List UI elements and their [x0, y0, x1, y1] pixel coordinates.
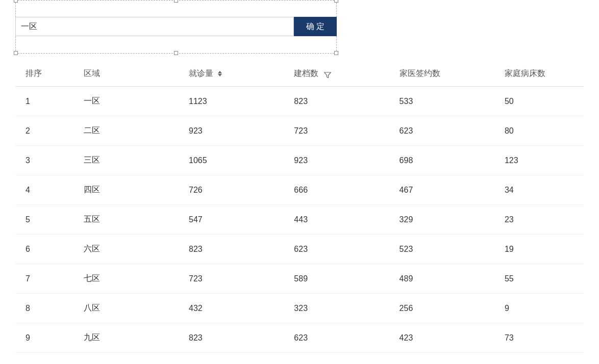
handle-top-right[interactable] — [334, 0, 338, 3]
cell-region: 四区 — [79, 175, 184, 205]
cell-rank: 3 — [15, 146, 79, 175]
filter-icon-records[interactable] — [324, 71, 331, 77]
cell-records: 923 — [289, 146, 394, 175]
table-row: 8八区4323232569 — [15, 294, 584, 323]
cell-visits: 1123 — [184, 87, 289, 116]
cell-visits: 547 — [184, 205, 289, 235]
handle-bottom-left[interactable] — [14, 51, 18, 55]
cell-beds: 19 — [500, 235, 584, 264]
table-row: 3三区1065923698123 — [15, 146, 584, 175]
cell-signing: 698 — [394, 146, 500, 175]
cell-signing: 256 — [394, 294, 500, 323]
cell-visits: 823 — [184, 235, 289, 264]
sort-icon-visits[interactable] — [218, 71, 222, 76]
cell-visits: 432 — [184, 294, 289, 323]
table-body: 1一区1123823533502二区923723623803三区10659236… — [15, 87, 584, 353]
confirm-button[interactable]: 确 定 — [294, 17, 337, 36]
cell-beds: 9 — [500, 294, 584, 323]
cell-rank: 4 — [15, 175, 79, 205]
cell-records: 443 — [289, 205, 394, 235]
cell-signing: 329 — [394, 205, 500, 235]
cell-visits: 1065 — [184, 146, 289, 175]
cell-region: 八区 — [79, 294, 184, 323]
table-row: 7七区72358948955 — [15, 264, 584, 294]
col-header-visits[interactable]: 就诊量 — [184, 61, 289, 87]
cell-rank: 5 — [15, 205, 79, 235]
cell-region: 九区 — [79, 323, 184, 353]
cell-beds: 80 — [500, 116, 584, 146]
table-row: 2二区92372362380 — [15, 116, 584, 146]
cell-beds: 23 — [500, 205, 584, 235]
input-row: 确 定 — [15, 16, 337, 37]
cell-signing: 467 — [394, 175, 500, 205]
cell-rank: 2 — [15, 116, 79, 146]
cell-region: 一区 — [79, 87, 184, 116]
cell-records: 623 — [289, 235, 394, 264]
cell-rank: 9 — [15, 323, 79, 353]
table-area: 排序 区域 就诊量 建档数 — [15, 61, 584, 353]
cell-signing: 489 — [394, 264, 500, 294]
cell-rank: 1 — [15, 87, 79, 116]
cell-visits: 723 — [184, 264, 289, 294]
data-table: 排序 区域 就诊量 建档数 — [15, 61, 584, 353]
handle-top-left[interactable] — [14, 0, 18, 3]
cell-records: 723 — [289, 116, 394, 146]
cell-rank: 6 — [15, 235, 79, 264]
cell-visits: 726 — [184, 175, 289, 205]
cell-signing: 423 — [394, 323, 500, 353]
cell-rank: 7 — [15, 264, 79, 294]
col-header-records[interactable]: 建档数 — [289, 61, 394, 87]
cell-beds: 34 — [500, 175, 584, 205]
col-header-region: 区域 — [79, 61, 184, 87]
table-row: 9九区82362342373 — [15, 323, 584, 353]
cell-beds: 50 — [500, 87, 584, 116]
cell-records: 323 — [289, 294, 394, 323]
cell-region: 三区 — [79, 146, 184, 175]
table-row: 1一区112382353350 — [15, 87, 584, 116]
cell-records: 666 — [289, 175, 394, 205]
cell-region: 二区 — [79, 116, 184, 146]
col-header-rank: 排序 — [15, 61, 79, 87]
cell-region: 五区 — [79, 205, 184, 235]
cell-signing: 623 — [394, 116, 500, 146]
region-input[interactable] — [15, 17, 294, 36]
cell-region: 七区 — [79, 264, 184, 294]
col-header-signing: 家医签约数 — [394, 61, 500, 87]
cell-records: 589 — [289, 264, 394, 294]
handle-bottom-right[interactable] — [334, 51, 338, 55]
cell-rank: 8 — [15, 294, 79, 323]
col-header-beds: 家庭病床数 — [500, 61, 584, 87]
handle-top-mid[interactable] — [174, 0, 178, 3]
cell-beds: 73 — [500, 323, 584, 353]
cell-signing: 533 — [394, 87, 500, 116]
table-row: 5五区54744332923 — [15, 205, 584, 235]
cell-beds: 55 — [500, 264, 584, 294]
cell-signing: 523 — [394, 235, 500, 264]
cell-records: 823 — [289, 87, 394, 116]
cell-visits: 923 — [184, 116, 289, 146]
cell-visits: 823 — [184, 323, 289, 353]
table-row: 6六区82362352319 — [15, 235, 584, 264]
selection-box-container: 确 定 — [0, 0, 337, 54]
table-row: 4四区72666646734 — [15, 175, 584, 205]
cell-region: 六区 — [79, 235, 184, 264]
handle-bottom-mid[interactable] — [174, 51, 178, 55]
cell-records: 623 — [289, 323, 394, 353]
table-header-row: 排序 区域 就诊量 建档数 — [15, 61, 584, 87]
cell-beds: 123 — [500, 146, 584, 175]
